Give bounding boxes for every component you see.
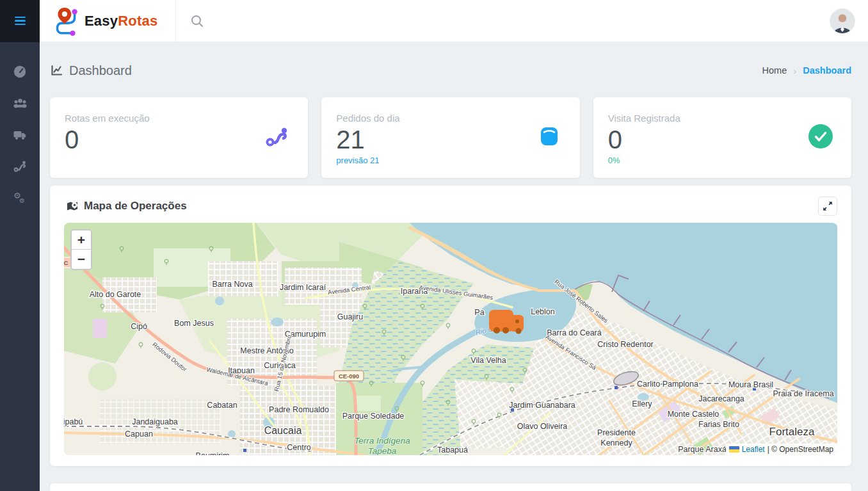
map-place-label: Moura Brasil [728,380,773,389]
map-place-label: Centro [287,443,311,452]
map-card: Mapa de Operações [50,186,851,466]
map-place-label: Barra Nova [212,280,252,289]
map-place-label: Ellery [632,399,652,408]
next-section-card [50,483,851,491]
map-place-label: Pa [474,308,484,317]
map-card-title: Mapa de Operações [66,200,187,213]
map-place-label: Kennedy [600,439,632,447]
map-place-label: Capuan [125,430,153,439]
magnifier-icon [190,14,204,28]
sidebar-toggle-button[interactable] [0,0,40,42]
map-place-label: Bom Jesus [174,319,214,328]
osm-attribution[interactable]: | © OpenStreetMap [768,445,833,454]
map-area-label: Terra Indígena [354,436,410,446]
stat-card-visitas: Visita Registrada 0 0% [593,97,851,178]
page-title: Dashboard [50,63,132,78]
check-circle-icon [808,124,833,152]
stat-value: 21 [336,125,563,154]
leaflet-map[interactable]: CE-090 C Alto do Garote Barra Nova Jardi… [64,223,837,455]
brand-text: EasyRotas [84,13,157,29]
app-header: EasyRotas [0,0,868,42]
expand-map-button[interactable] [818,197,837,216]
stat-sub: previsão 21 [336,156,563,165]
map-place-label: Monte Castelo [668,410,719,419]
map-place-label: Tabapuá [437,446,468,455]
sidebar-nav: ⚙ ⚙ [0,42,40,491]
search-button[interactable] [190,14,204,28]
avatar-image [830,9,855,33]
route-icon [264,124,290,151]
map-city-label: Fortaleza [769,426,815,438]
package-icon [536,124,562,152]
route-icon [13,159,27,173]
zoom-in-button[interactable]: + [72,230,91,250]
map-area-label: Tapeba [368,446,397,455]
expand-arrows-icon [821,200,834,213]
users-icon [13,96,28,110]
breadcrumb: Home › Dashboard [762,65,851,76]
sidebar-item-clients[interactable] [0,87,40,118]
map-place-label: Presidente [597,428,636,437]
user-avatar[interactable] [830,8,855,34]
map-place-label: Alto do Garote [90,290,141,299]
zoom-out-button[interactable]: − [72,250,91,269]
tachometer-icon [13,65,27,79]
map-attribution: Leaflet | © OpenStreetMap [726,444,837,455]
stat-label: Rotas em execução [65,113,291,124]
stat-label: Visita Registrada [608,113,835,124]
gears-icon: ⚙ ⚙ [13,190,27,204]
map-place-label: Cipó [131,322,147,331]
map-place-label: Praia de Iracema [773,389,833,398]
breadcrumb-home-link[interactable]: Home [762,65,787,76]
map-place-label: Cabatan [207,401,237,410]
map-place-label: Jandaiguaba [132,417,178,426]
map-place-label: ipabú [64,417,83,426]
map-place-label: Carlito Pamplona [637,380,698,389]
chevron-right-icon: › [793,65,796,76]
ukraine-flag-icon [729,446,739,453]
breadcrumb-current: Dashboard [803,65,851,76]
sidebar-item-dashboard[interactable] [0,56,40,87]
svg-text:⚙: ⚙ [19,197,25,204]
map-place-label: Barra do Ceará [547,328,602,337]
map-place-label: Cristo Redentor [597,340,654,349]
svg-text:C: C [64,259,68,266]
sidebar-item-settings[interactable]: ⚙ ⚙ [0,181,40,213]
stat-card-rotas: Rotas em execução 0 [50,97,308,178]
page-title-text: Dashboard [69,63,132,78]
stat-sub: 0% [608,156,835,165]
map-place-label: Jardim Guanabara [509,401,575,410]
map-location-icon [66,200,79,213]
map-zoom-control: + − [70,229,92,270]
stat-label: Pedidos do dia [336,113,563,124]
map-place-label: Jacarecanga [698,394,744,403]
app-logo[interactable]: EasyRotas [40,0,176,42]
map-place-label: Padre Romualdo [269,405,329,414]
map-place-label: Parque Soledade [342,412,405,421]
main-content: Dashboard Home › Dashboard Rotas em exec… [40,42,868,491]
map-place-label: Leblon [531,307,555,316]
map-town-label: Caucaia [264,425,302,436]
sidebar-item-vehicles[interactable] [0,118,40,150]
road-shield-ce090: CE-090 [334,371,364,381]
truck-icon [13,127,27,141]
map-place-label: Parque Araxá [678,445,727,454]
logo-pin-route-icon [52,6,79,36]
stat-card-pedidos: Pedidos do dia 21 previsão 21 [321,97,579,178]
leaflet-link[interactable]: Leaflet [742,445,765,454]
map-place-label: Farias Brito [698,420,739,429]
map-place-label: Jardim Icaraí [280,283,326,292]
stat-value: 0 [608,125,835,154]
map-tiles: CE-090 C Alto do Garote Barra Nova Jardi… [64,223,837,455]
map-card-title-text: Mapa de Operações [84,200,187,213]
map-place-label: Vila Velha [470,356,506,365]
hamburger-icon [15,15,26,27]
map-place-label: Guajiru [337,312,363,321]
sidebar-item-routes[interactable] [0,150,40,181]
svg-text:CE-090: CE-090 [339,373,359,380]
map-place-label: Olavo Oliveira [517,422,568,431]
chart-line-icon [50,64,63,77]
stat-value: 0 [65,125,291,154]
map-place-label: Baumirim [196,451,230,455]
